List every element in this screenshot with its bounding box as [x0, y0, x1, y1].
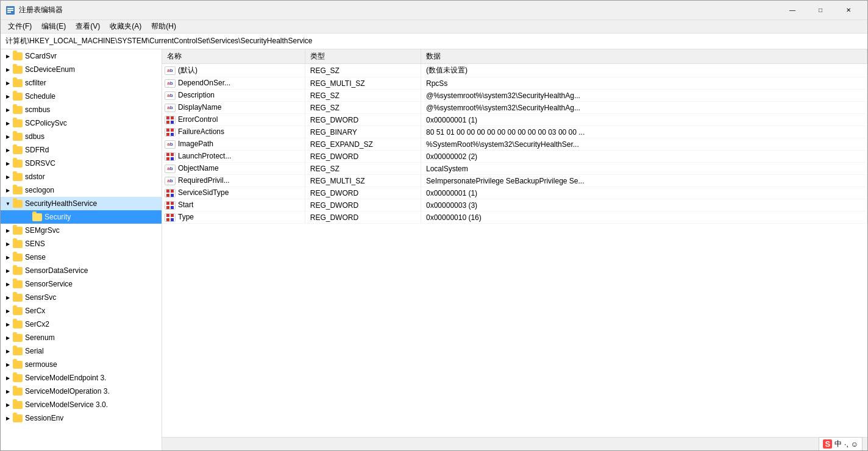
expand-arrow-sensrsvc[interactable] [3, 293, 13, 302]
tree-item-sdfrd[interactable]: SDFRd [1, 143, 162, 157]
expand-arrow-schedule[interactable] [3, 91, 13, 101]
registry-table-container[interactable]: 名称 类型 数据 ab(默认)REG_SZ(数值未设置)abDependOnSe… [162, 49, 867, 437]
ime-punct: ·, [844, 440, 848, 449]
expand-arrow-servicemodelservice[interactable] [3, 400, 13, 410]
table-cell-name: ErrorControl [178, 115, 218, 124]
tree-label-securityhealthservice: SecurityHealthService [25, 199, 97, 208]
expand-arrow-securityhealthservice[interactable] [3, 199, 13, 208]
tree-item-securityhealthservice[interactable]: SecurityHealthService [1, 197, 162, 210]
folder-icon-scmbus [13, 106, 23, 114]
expand-arrow-scdeviceenum[interactable] [3, 65, 13, 74]
expand-arrow-sdbus[interactable] [3, 132, 13, 141]
expand-arrow-sensordataservice[interactable] [3, 266, 13, 275]
folder-icon-sessionenv [13, 414, 23, 422]
registry-editor-window: 注册表编辑器 — □ ✕ 文件(F) 编辑(E) 查看(V) 收藏夹(A) 帮助… [0, 0, 868, 451]
expand-arrow-scpolicysvc[interactable] [3, 118, 13, 128]
expand-arrow-sense[interactable] [3, 252, 13, 262]
menu-file[interactable]: 文件(F) [3, 20, 37, 33]
table-row[interactable]: FailureActionsREG_BINARY80 51 01 00 00 0… [162, 126, 867, 138]
menu-favorites[interactable]: 收藏夹(A) [105, 20, 146, 33]
table-row[interactable]: ErrorControlREG_DWORD0x00000001 (1) [162, 114, 867, 126]
svg-rect-15 [171, 157, 174, 160]
tree-item-sercx2[interactable]: SerCx2 [1, 318, 162, 331]
ab-icon: ab [165, 104, 176, 112]
tree-item-semgrsvc[interactable]: SEMgrSvc [1, 224, 162, 237]
tree-item-sermouse[interactable]: sermouse [1, 358, 162, 371]
table-cell-name: (默认) [178, 66, 197, 74]
tree-item-sdstor[interactable]: sdstor [1, 170, 162, 183]
table-row[interactable]: ab(默认)REG_SZ(数值未设置) [162, 64, 867, 77]
expand-arrow-servicemodelendpoint[interactable] [3, 373, 13, 383]
table-row[interactable]: TypeREG_DWORD0x00000010 (16) [162, 211, 867, 224]
tree-item-sercx[interactable]: SerCx [1, 304, 162, 318]
expand-arrow-sens[interactable] [3, 239, 13, 249]
minimize-button[interactable]: — [778, 1, 806, 20]
tree-label-servicemodelservice: ServiceModelService 3.0. [25, 400, 108, 409]
tree-item-sens[interactable]: SENS [1, 237, 162, 250]
tree-item-scdeviceenum[interactable]: ScDeviceEnum [1, 63, 162, 76]
tree-item-sessionenv[interactable]: SessionEnv [1, 411, 162, 425]
tree-label-sdrsvc: SDRSVC [25, 159, 55, 168]
tree-item-seclogon[interactable]: seclogon [1, 183, 162, 197]
table-cell-type: REG_SZ [305, 163, 421, 175]
table-row[interactable]: LaunchProtect...REG_DWORD0x00000002 (2) [162, 151, 867, 163]
menu-view[interactable]: 查看(V) [71, 20, 105, 33]
maximize-button[interactable]: □ [806, 1, 834, 20]
expand-arrow-sdfrd[interactable] [3, 145, 13, 155]
table-row[interactable]: abImagePathREG_EXPAND_SZ%SystemRoot%\sys… [162, 138, 867, 151]
expand-arrow-sercx[interactable] [3, 306, 13, 316]
expand-arrow-scardsvr[interactable] [3, 51, 13, 61]
tree-item-sensorservice[interactable]: SensorService [1, 277, 162, 291]
svg-rect-6 [166, 121, 169, 124]
tree-item-schedule[interactable]: Schedule [1, 90, 162, 103]
expand-arrow-sensorservice[interactable] [3, 279, 13, 289]
expand-arrow-sermouse[interactable] [3, 360, 13, 369]
expand-arrow-sdstor[interactable] [3, 172, 13, 182]
expand-arrow-semgrsvc[interactable] [3, 226, 13, 235]
expand-arrow-sercx2[interactable] [3, 319, 13, 329]
table-row[interactable]: abDescriptionREG_SZ@%systemroot%\system3… [162, 90, 867, 102]
folder-icon-sensrsvc [13, 294, 23, 302]
close-button[interactable]: ✕ [834, 1, 863, 20]
tree-label-sense: Sense [25, 253, 46, 261]
table-row[interactable]: abDependOnSer...REG_MULTI_SZRpcSs [162, 77, 867, 90]
tree-item-scfilter[interactable]: scfilter [1, 76, 162, 90]
tree-item-sdbus[interactable]: sdbus [1, 130, 162, 143]
tree-item-serial[interactable]: Serial [1, 344, 162, 358]
tree-item-scmbus[interactable]: scmbus [1, 103, 162, 116]
tree-item-sense[interactable]: Sense [1, 250, 162, 264]
tree-item-scardsvr[interactable]: SCardSvr [1, 49, 162, 63]
tree-item-sdrsvc[interactable]: SDRSVC [1, 157, 162, 170]
expand-arrow-seclogon[interactable] [3, 185, 13, 195]
address-bar: 计算机\HKEY_LOCAL_MACHINE\SYSTEM\CurrentCon… [1, 34, 867, 49]
tree-item-sensordataservice[interactable]: SensorDataService [1, 264, 162, 277]
tree-item-servicemodelservice[interactable]: ServiceModelService 3.0. [1, 398, 162, 411]
expand-arrow-servicemodeloperation[interactable] [3, 386, 13, 396]
expand-arrow-scmbus[interactable] [3, 105, 13, 115]
col-header-type[interactable]: 类型 [305, 49, 421, 64]
registry-table: 名称 类型 数据 ab(默认)REG_SZ(数值未设置)abDependOnSe… [162, 49, 867, 224]
expand-arrow-serenum[interactable] [3, 333, 13, 343]
expand-arrow-sdrsvc[interactable] [3, 158, 13, 168]
tree-item-servicemodelendpoint[interactable]: ServiceModelEndpoint 3. [1, 371, 162, 385]
tree-item-servicemodeloperation[interactable]: ServiceModelOperation 3. [1, 385, 162, 398]
menu-edit[interactable]: 编辑(E) [37, 20, 71, 33]
table-row[interactable]: abRequiredPrivil...REG_MULTI_SZSeImperso… [162, 175, 867, 187]
table-row[interactable]: ServiceSidTypeREG_DWORD0x00000001 (1) [162, 187, 867, 199]
tree-item-serenum[interactable]: Serenum [1, 331, 162, 344]
table-row[interactable]: StartREG_DWORD0x00000003 (3) [162, 199, 867, 211]
menu-help[interactable]: 帮助(H) [146, 20, 181, 33]
col-header-name[interactable]: 名称 [162, 49, 305, 64]
expand-arrow-scfilter[interactable] [3, 78, 13, 88]
tree-content[interactable]: SCardSvr ScDeviceEnum scfilter [1, 49, 162, 450]
expand-arrow-sessionenv[interactable] [3, 413, 13, 423]
tree-label-sessionenv: SessionEnv [25, 414, 63, 422]
title-bar: 注册表编辑器 — □ ✕ [1, 1, 867, 20]
tree-item-scpolicysvc[interactable]: SCPolicySvc [1, 116, 162, 130]
table-row[interactable]: abDisplayNameREG_SZ@%systemroot%\system3… [162, 102, 867, 114]
expand-arrow-serial[interactable] [3, 346, 13, 356]
tree-item-security[interactable]: Security [1, 210, 162, 224]
col-header-data[interactable]: 数据 [421, 49, 867, 64]
table-row[interactable]: abObjectNameREG_SZLocalSystem [162, 163, 867, 175]
tree-item-sensrsvc[interactable]: SensrSvc [1, 291, 162, 304]
